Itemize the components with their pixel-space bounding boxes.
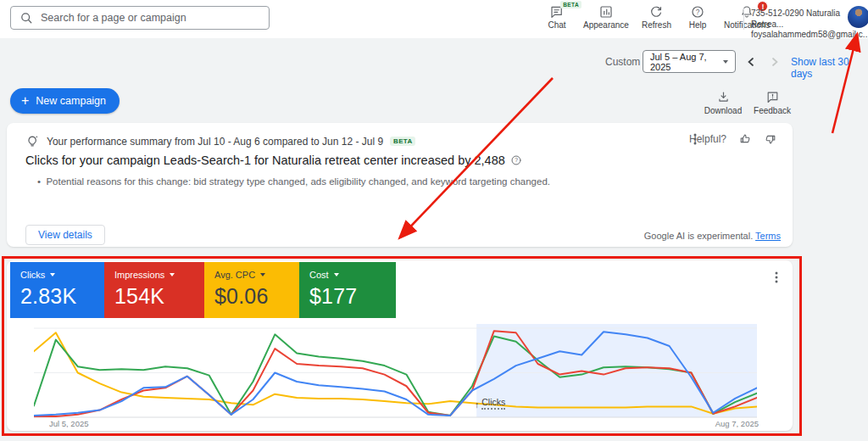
summary-beta-badge: BETA: [390, 137, 415, 146]
account-email: foysalahammedm58@gmail.c...: [751, 30, 868, 41]
chat-button[interactable]: BETA Chat: [543, 4, 570, 30]
chevron-down-icon: [260, 273, 265, 276]
feedback-button[interactable]: Feedback: [749, 90, 795, 115]
refresh-icon: [648, 4, 664, 20]
next-range-button[interactable]: [765, 52, 785, 72]
chart-menu-kebab-icon[interactable]: [771, 271, 782, 284]
scorecard-clicks[interactable]: Clicks 2.83K: [10, 262, 104, 318]
appearance-icon: [598, 4, 614, 20]
feedback-label: Feedback: [754, 106, 791, 115]
refresh-button[interactable]: Refresh: [642, 4, 671, 30]
search-input[interactable]: Search for a page or campaign: [10, 6, 270, 30]
toolbar: BETA Chat Appearance Refresh ? Help ! No…: [543, 4, 770, 30]
download-label: Download: [704, 106, 742, 115]
summary-menu-kebab-icon[interactable]: [689, 132, 701, 146]
ai-disclaimer: Google AI is experimental. Terms: [644, 231, 781, 241]
thumbs-up-icon[interactable]: [738, 132, 752, 146]
scorecard-value: 2.83K: [20, 284, 94, 309]
plus-icon: +: [21, 94, 29, 108]
scorecard-impressions[interactable]: Impressions 154K: [104, 262, 204, 318]
date-mode-label: Custom: [605, 56, 640, 68]
summary-bullet: • Potential reasons for this change: bid…: [37, 176, 550, 187]
red-arrow-to-avatar: [832, 35, 857, 133]
search-icon: [19, 11, 33, 25]
help-label: Help: [689, 20, 707, 30]
chevron-down-icon: [170, 273, 175, 276]
help-button[interactable]: ? Help: [684, 4, 711, 30]
top-bar: Search for a page or campaign BETA Chat …: [0, 0, 868, 38]
terms-link[interactable]: Terms: [755, 231, 781, 241]
svg-text:?: ?: [515, 157, 518, 163]
scorecard-value: 154K: [114, 284, 194, 309]
chevron-down-icon: [334, 273, 339, 276]
x-axis-start-label: Jul 5, 2025: [49, 419, 88, 428]
chat-label: Chat: [548, 20, 565, 30]
refresh-label: Refresh: [642, 20, 671, 30]
chevron-down-icon: [723, 60, 728, 64]
chat-beta-badge: BETA: [560, 1, 581, 8]
scorecard-row: Clicks 2.83K Impressions 154K Avg. CPC $…: [10, 262, 396, 318]
help-circle-icon[interactable]: ?: [510, 154, 522, 166]
clicks-annotation[interactable]: ↑ Clicks: [475, 397, 505, 410]
show-last-30-days-link[interactable]: Show last 30 days: [791, 56, 868, 80]
scorecard-label: Impressions: [114, 270, 164, 280]
thumbs-down-icon[interactable]: [764, 132, 777, 146]
summary-headline: Clicks for your campaign Leads-Search-1 …: [25, 154, 505, 167]
up-arrow-icon: ↑: [475, 399, 479, 410]
divider: [743, 8, 744, 30]
appearance-label: Appearance: [583, 20, 629, 30]
performance-summary-card: Your performance summary from Jul 10 - A…: [7, 123, 793, 247]
avatar[interactable]: [848, 6, 868, 28]
new-campaign-label: New campaign: [36, 95, 106, 107]
scorecard-label: Avg. CPC: [214, 270, 255, 280]
scorecard-cost[interactable]: Cost $177: [299, 262, 396, 318]
new-campaign-button[interactable]: + New campaign: [10, 88, 120, 114]
download-icon: [716, 90, 731, 104]
svg-text:?: ?: [696, 8, 700, 16]
scorecard-value: $177: [309, 284, 386, 309]
insight-lightbulb-icon: [25, 134, 40, 148]
scorecard-label: Cost: [309, 270, 329, 280]
x-axis-end-label: Aug 7, 2025: [715, 419, 759, 428]
date-range-value: Jul 5 – Aug 7, 2025: [650, 52, 718, 72]
view-details-button[interactable]: View details: [25, 225, 105, 245]
help-icon: ?: [690, 4, 705, 20]
trend-chart-card: Clicks 2.83K Impressions 154K Avg. CPC $…: [7, 260, 793, 431]
scorecard-label: Clicks: [20, 270, 45, 280]
trend-line-chart[interactable]: [34, 324, 757, 427]
scorecard-value: $0.06: [214, 284, 289, 309]
chevron-down-icon: [50, 273, 55, 276]
previous-range-button[interactable]: [741, 52, 761, 72]
appearance-button[interactable]: Appearance: [583, 4, 629, 30]
scorecard-avg-cpc[interactable]: Avg. CPC $0.06: [204, 262, 299, 318]
search-placeholder: Search for a page or campaign: [41, 12, 186, 24]
feedback-icon: [765, 90, 780, 104]
date-range-select[interactable]: Jul 5 – Aug 7, 2025: [643, 50, 736, 73]
download-button[interactable]: Download: [704, 90, 743, 115]
summary-title: Your performance summary from Jul 10 - A…: [47, 136, 383, 148]
